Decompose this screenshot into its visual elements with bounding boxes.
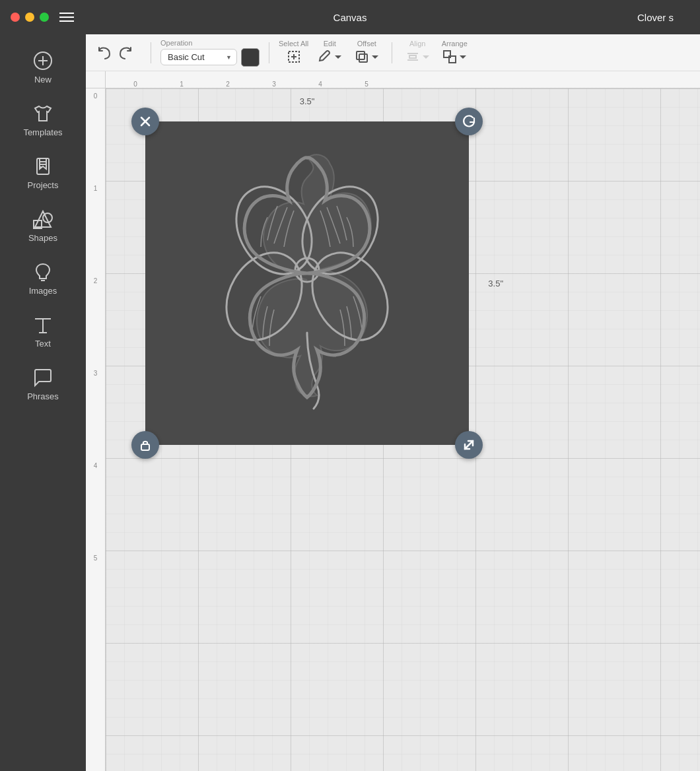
maximize-button[interactable] <box>40 13 49 22</box>
tshirt-icon <box>32 103 53 124</box>
sidebar-label-projects: Projects <box>28 180 59 190</box>
operation-select-wrap: Basic Cut Draw Score Engrave Print then … <box>160 48 260 67</box>
sidebar-item-phrases[interactable]: Phrases <box>0 358 86 411</box>
text-icon <box>32 314 53 335</box>
operation-select[interactable]: Basic Cut Draw Score Engrave Print then … <box>160 49 237 65</box>
edit-button[interactable] <box>314 48 345 65</box>
ruler-h-4: 4 <box>297 81 343 88</box>
ruler-v-0: 0 <box>86 92 105 185</box>
ruler-h-1: 1 <box>158 81 205 88</box>
sidebar-item-text[interactable]: Text <box>0 305 86 358</box>
lightbulb-icon <box>32 261 53 283</box>
bookmark-icon <box>32 156 53 177</box>
divider-3 <box>392 42 392 63</box>
minimize-button[interactable] <box>25 13 34 22</box>
titlebar: Canvas Clover s <box>0 0 700 34</box>
undo-button[interactable] <box>94 43 114 63</box>
redo-button[interactable] <box>116 43 136 63</box>
rotate-handle[interactable] <box>455 108 483 135</box>
svg-rect-17 <box>357 51 365 59</box>
sidebar-label-shapes: Shapes <box>28 233 57 243</box>
sidebar-label-phrases: Phrases <box>27 391 59 401</box>
sidebar-label-images: Images <box>29 286 57 296</box>
ruler-v-2: 2 <box>86 277 105 370</box>
sidebar-item-projects[interactable]: Projects <box>0 147 86 199</box>
ruler-corner <box>86 71 106 88</box>
dimension-width: 3.5" <box>300 96 315 106</box>
operation-group: Operation Basic Cut Draw Score Engrave P… <box>160 39 260 67</box>
sidebar-label-templates: Templates <box>23 127 62 137</box>
plus-circle-icon <box>32 50 53 71</box>
sidebar-item-new[interactable]: New <box>0 41 86 94</box>
offset-button[interactable] <box>351 48 382 65</box>
lock-handle[interactable] <box>131 431 159 459</box>
object-container[interactable]: 3.5" 3.5" <box>145 121 469 445</box>
sidebar-item-images[interactable]: Images <box>0 252 86 305</box>
divider-1 <box>151 42 151 63</box>
close-button[interactable] <box>11 13 20 22</box>
align-label: Align <box>409 40 425 48</box>
content-area: Operation Basic Cut Draw Score Engrave P… <box>86 34 700 771</box>
menu-icon[interactable] <box>59 13 74 22</box>
ruler-h-5: 5 <box>343 81 390 88</box>
toolbar: Operation Basic Cut Draw Score Engrave P… <box>86 34 700 71</box>
svg-rect-18 <box>359 54 367 62</box>
select-all-button[interactable] <box>283 48 305 65</box>
arrange-label: Arrange <box>442 40 468 48</box>
offset-group: Offset <box>351 40 382 65</box>
scale-handle[interactable] <box>455 431 483 459</box>
clover-image <box>145 121 469 445</box>
ruler-v-5: 5 <box>86 554 105 647</box>
ruler-v-3: 3 <box>86 370 105 462</box>
project-title: Clover s <box>637 12 674 23</box>
ruler-h-3: 3 <box>251 81 297 88</box>
main-layout: New Templates Projects <box>0 34 700 771</box>
app-title: Canvas <box>333 12 367 23</box>
edit-group: Edit <box>314 40 345 65</box>
window-controls <box>11 13 49 22</box>
svg-rect-20 <box>409 55 416 58</box>
align-group: Align <box>402 40 433 65</box>
operation-label: Operation <box>160 39 260 47</box>
dimension-height: 3.5" <box>488 279 503 288</box>
svg-rect-31 <box>141 444 149 450</box>
edit-label: Edit <box>324 40 336 48</box>
undo-redo-group <box>94 43 136 63</box>
color-swatch[interactable] <box>241 48 260 67</box>
ruler-v-4: 4 <box>86 462 105 554</box>
sidebar-label-text: Text <box>35 339 51 349</box>
sidebar: New Templates Projects <box>0 34 86 771</box>
shapes-icon <box>32 209 53 230</box>
arrange-button[interactable] <box>438 48 470 65</box>
sidebar-item-templates[interactable]: Templates <box>0 94 86 147</box>
ruler-v-1: 1 <box>86 185 105 277</box>
operation-select-wrapper: Basic Cut Draw Score Engrave Print then … <box>160 49 237 65</box>
sidebar-item-shapes[interactable]: Shapes <box>0 199 86 252</box>
align-button[interactable] <box>402 48 433 65</box>
offset-label: Offset <box>357 40 376 48</box>
divider-2 <box>269 42 269 63</box>
svg-line-32 <box>465 441 473 449</box>
chat-icon <box>32 367 53 388</box>
ruler-vertical: 0 1 2 3 4 5 <box>86 88 106 771</box>
select-all-label: Select All <box>279 40 308 48</box>
select-all-group: Select All <box>279 40 308 65</box>
ruler-horizontal: 0 1 2 3 4 5 <box>106 71 700 88</box>
close-handle[interactable] <box>131 108 159 135</box>
arrange-group: Arrange <box>438 40 470 65</box>
grid-canvas[interactable]: 3.5" 3.5" <box>106 88 700 771</box>
canvas-wrapper[interactable]: 0 1 2 3 4 5 0 1 2 3 4 5 <box>86 71 700 771</box>
ruler-h-0: 0 <box>112 81 158 88</box>
sidebar-label-new: New <box>34 75 52 84</box>
ruler-h-2: 2 <box>205 81 251 88</box>
